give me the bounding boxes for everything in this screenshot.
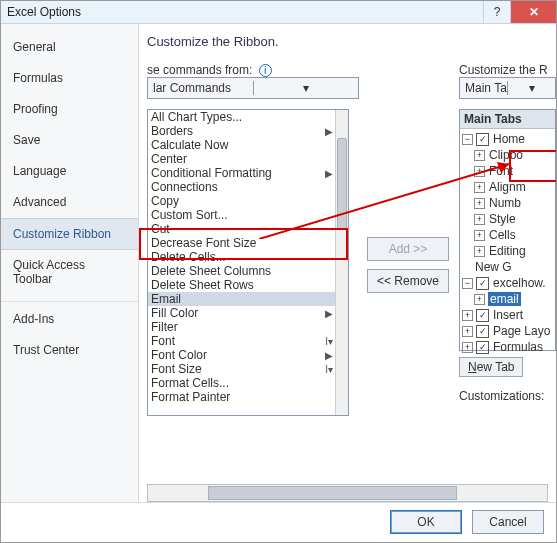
- checkbox[interactable]: ✓: [476, 133, 489, 146]
- command-item[interactable]: Center: [148, 152, 336, 166]
- commands-from-combo[interactable]: lar Commands ▾: [147, 77, 359, 99]
- command-label: Copy: [151, 194, 179, 208]
- command-label: Format Cells...: [151, 376, 229, 390]
- tree-label: New G: [474, 260, 513, 274]
- remove-button[interactable]: << Remove: [367, 269, 449, 293]
- scrollbar-thumb[interactable]: [208, 486, 457, 500]
- command-item[interactable]: Fill Color▶: [148, 306, 336, 320]
- customize-target-combo[interactable]: Main Tabs ▾: [459, 77, 556, 99]
- command-label: Custom Sort...: [151, 208, 228, 222]
- expand-icon[interactable]: +: [474, 214, 485, 225]
- nav-item-add-ins[interactable]: Add-Ins: [1, 301, 138, 335]
- cancel-button[interactable]: Cancel: [472, 510, 544, 534]
- window-buttons: ? ✕: [483, 1, 556, 23]
- nav-item-formulas[interactable]: Formulas: [1, 63, 138, 94]
- tree-node[interactable]: +Cells: [462, 227, 553, 243]
- add-button[interactable]: Add >>: [367, 237, 449, 261]
- tree-label: Alignm: [488, 180, 527, 194]
- expand-icon[interactable]: +: [474, 150, 485, 161]
- nav-item-language[interactable]: Language: [1, 156, 138, 187]
- tree-node[interactable]: +✓Insert: [462, 307, 553, 323]
- checkbox[interactable]: ✓: [476, 325, 489, 338]
- ok-button[interactable]: OK: [390, 510, 462, 534]
- tree-label: Numb: [488, 196, 522, 210]
- tree-node[interactable]: +Editing: [462, 243, 553, 259]
- command-item[interactable]: Custom Sort...: [148, 208, 336, 222]
- command-item[interactable]: Delete Cells...: [148, 250, 336, 264]
- command-item[interactable]: Email: [148, 292, 336, 306]
- close-button[interactable]: ✕: [510, 1, 556, 23]
- command-label: Font: [151, 334, 175, 348]
- tree-label: Editing: [488, 244, 527, 258]
- new-tab-button[interactable]: New Tab: [459, 357, 523, 377]
- command-item[interactable]: Calculate Now: [148, 138, 336, 152]
- checkbox[interactable]: ✓: [476, 341, 489, 354]
- tree-node[interactable]: +✓Page Layo: [462, 323, 553, 339]
- expand-icon[interactable]: +: [474, 198, 485, 209]
- nav-item-proofing[interactable]: Proofing: [1, 94, 138, 125]
- expand-icon[interactable]: +: [474, 230, 485, 241]
- nav-item-quick-access-toolbar[interactable]: Quick Access Toolbar: [1, 250, 138, 295]
- command-item[interactable]: Borders▶: [148, 124, 336, 138]
- nav-item-general[interactable]: General: [1, 32, 138, 63]
- command-label: Delete Cells...: [151, 250, 226, 264]
- command-item[interactable]: Connections: [148, 180, 336, 194]
- submenu-icon: ▶: [325, 168, 333, 179]
- expand-icon[interactable]: −: [462, 278, 473, 289]
- command-label: Email: [151, 292, 181, 306]
- expand-icon[interactable]: +: [474, 294, 485, 305]
- command-item[interactable]: Delete Sheet Columns: [148, 264, 336, 278]
- checkbox[interactable]: ✓: [476, 309, 489, 322]
- expand-icon[interactable]: +: [462, 326, 473, 337]
- command-item[interactable]: Format Painter: [148, 390, 336, 404]
- scrollbar-thumb[interactable]: [337, 138, 347, 230]
- command-item[interactable]: Cut: [148, 222, 336, 236]
- help-button[interactable]: ?: [483, 1, 510, 23]
- tree-node[interactable]: +Numb: [462, 195, 553, 211]
- tree-node[interactable]: +email: [462, 291, 553, 307]
- nav-item-customize-ribbon[interactable]: Customize Ribbon: [1, 218, 138, 250]
- submenu-icon: I▾: [325, 336, 333, 347]
- command-label: Delete Sheet Rows: [151, 278, 254, 292]
- tree-label: Font: [488, 164, 514, 178]
- command-item[interactable]: Filter: [148, 320, 336, 334]
- command-item[interactable]: Copy: [148, 194, 336, 208]
- command-label: Font Size: [151, 362, 202, 376]
- tree-node[interactable]: +Font: [462, 163, 553, 179]
- command-label: Filter: [151, 320, 178, 334]
- ribbon-tree[interactable]: Main Tabs −✓Home+Clipbo+Font+Alignm+Numb…: [459, 109, 556, 351]
- command-list[interactable]: All Chart Types...Borders▶Calculate NowC…: [147, 109, 349, 416]
- checkbox[interactable]: ✓: [476, 277, 489, 290]
- command-item[interactable]: All Chart Types...: [148, 110, 336, 124]
- expand-icon[interactable]: +: [462, 310, 473, 321]
- nav-item-save[interactable]: Save: [1, 125, 138, 156]
- command-item[interactable]: Delete Sheet Rows: [148, 278, 336, 292]
- tree-node[interactable]: +Alignm: [462, 179, 553, 195]
- scrollbar-horizontal[interactable]: [147, 484, 548, 502]
- command-item[interactable]: Font Color▶: [148, 348, 336, 362]
- command-label: Decrease Font Size: [151, 236, 256, 250]
- tree-node[interactable]: −✓excelhow.: [462, 275, 553, 291]
- nav-item-advanced[interactable]: Advanced: [1, 187, 138, 218]
- expand-icon[interactable]: +: [462, 342, 473, 353]
- command-item[interactable]: Decrease Font Size: [148, 236, 336, 250]
- scrollbar-vertical[interactable]: [335, 110, 348, 415]
- info-icon[interactable]: i: [259, 64, 272, 77]
- command-item[interactable]: Format Cells...: [148, 376, 336, 390]
- nav-item-trust-center[interactable]: Trust Center: [1, 335, 138, 366]
- tree-node[interactable]: New G: [462, 259, 553, 275]
- expand-icon[interactable]: −: [462, 134, 473, 145]
- tree-node[interactable]: +✓Formulas: [462, 339, 553, 355]
- category-nav: GeneralFormulasProofingSaveLanguageAdvan…: [1, 24, 139, 502]
- expand-icon[interactable]: +: [474, 182, 485, 193]
- expand-icon[interactable]: +: [474, 166, 485, 177]
- tree-node[interactable]: −✓Home: [462, 131, 553, 147]
- tree-node[interactable]: +Style: [462, 211, 553, 227]
- command-item[interactable]: FontI▾: [148, 334, 336, 348]
- submenu-icon: ▶: [325, 308, 333, 319]
- command-item[interactable]: Conditional Formatting▶: [148, 166, 336, 180]
- command-item[interactable]: Font SizeI▾: [148, 362, 336, 376]
- content-pane: Customize the Ribbon. se commands from: …: [139, 24, 556, 502]
- tree-node[interactable]: +Clipbo: [462, 147, 553, 163]
- expand-icon[interactable]: +: [474, 246, 485, 257]
